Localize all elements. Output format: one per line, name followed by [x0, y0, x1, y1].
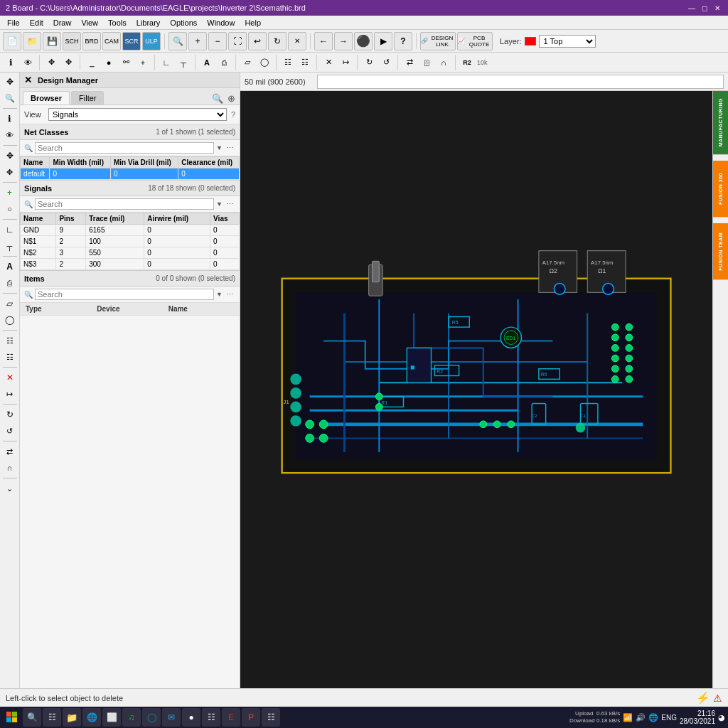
left-ungroup[interactable]: ☷ — [2, 349, 18, 365]
file-explorer-btn[interactable]: 📁 — [63, 708, 81, 727]
left-mirror[interactable]: ↦ — [2, 386, 18, 402]
restore-button[interactable]: ◻ — [700, 3, 710, 13]
scr-button[interactable]: SCR — [122, 32, 141, 50]
left-fan2[interactable]: ┬ — [2, 238, 18, 254]
fusion360-tab[interactable]: FUSION 360 — [713, 161, 729, 218]
arc-button[interactable]: ↺ — [378, 55, 394, 70]
tab-browser[interactable]: Browser — [23, 91, 70, 105]
search-taskbar-btn[interactable]: 🔍 — [23, 708, 41, 727]
menu-edit[interactable]: Edit — [26, 17, 48, 28]
zoom-fit-button[interactable]: 🔍 — [168, 32, 187, 50]
split-button[interactable]: ⌹ — [419, 55, 434, 70]
brd-button[interactable]: BRD — [82, 32, 101, 50]
mirror-button[interactable]: ↦ — [338, 55, 353, 70]
telegram-btn[interactable]: ✉ — [162, 708, 181, 727]
task-view-btn[interactable]: ☷ — [43, 708, 61, 727]
cam-button[interactable]: CAM — [102, 32, 121, 50]
left-circle[interactable]: ◯ — [2, 312, 18, 328]
menu-tools[interactable]: Tools — [104, 17, 131, 28]
items-dropdown-btn[interactable]: ▼ — [216, 291, 223, 298]
net-classes-more-btn[interactable]: ⋯ — [225, 144, 235, 153]
left-text[interactable]: A — [2, 259, 18, 274]
menu-options[interactable]: Options — [166, 17, 201, 28]
notification-btn[interactable]: ◕ — [718, 713, 725, 722]
left-change[interactable]: ⇄ — [2, 444, 18, 459]
open-button[interactable]: 📁 — [23, 32, 41, 50]
fusion-team-tab[interactable]: FUSION TEAM — [713, 223, 729, 280]
redo-button[interactable]: → — [334, 32, 353, 50]
left-spin[interactable]: ↻ — [2, 407, 18, 422]
left-select[interactable]: ✥ — [2, 74, 18, 90]
new-button[interactable]: 📄 — [3, 32, 21, 50]
items-more-btn[interactable]: ⋯ — [225, 290, 235, 299]
menu-draw[interactable]: Draw — [49, 17, 76, 28]
apps-btn[interactable]: ☷ — [202, 708, 220, 727]
left-delete[interactable]: ✕ — [2, 370, 18, 385]
left-route[interactable]: ∟ — [2, 222, 18, 237]
layer-dropdown[interactable]: 1 Top — [539, 35, 596, 48]
undo-button[interactable]: ← — [314, 32, 333, 50]
left-copy2[interactable]: ✥ — [2, 164, 18, 180]
polygon-button[interactable]: ▱ — [240, 55, 255, 70]
eagle-btn[interactable]: E — [222, 708, 240, 727]
table-row[interactable]: N$2 3 550 0 0 — [21, 247, 240, 259]
table-row[interactable]: default 0 0 0 — [21, 168, 240, 180]
refresh-button[interactable]: ↻ — [268, 32, 287, 50]
miter-button[interactable]: ∩ — [436, 55, 451, 70]
left-add[interactable]: + — [2, 185, 18, 200]
table-row[interactable]: N$1 2 100 0 0 — [21, 236, 240, 247]
zoom-area-button[interactable]: ⛶ — [228, 32, 247, 50]
tab-filter[interactable]: Filter — [71, 91, 104, 105]
net-classes-search-input[interactable] — [35, 142, 214, 154]
left-eye[interactable]: 👁 — [2, 127, 18, 143]
left-expand[interactable]: ⌄ — [2, 481, 18, 496]
canvas-search-input[interactable] — [317, 75, 724, 89]
sch-button[interactable]: SCH — [63, 32, 81, 50]
signals-dropdown-btn[interactable]: ▼ — [216, 200, 223, 208]
left-info[interactable]: ℹ — [2, 111, 18, 127]
edge-btn[interactable]: 🌐 — [82, 708, 101, 727]
table-row[interactable]: N$3 2 300 0 0 — [21, 259, 240, 270]
powerpoint-btn[interactable]: P — [242, 708, 260, 727]
left-polygon[interactable]: ▱ — [2, 296, 18, 311]
route-button[interactable]: ∟ — [159, 55, 174, 70]
signals-more-btn[interactable]: ⋯ — [225, 200, 235, 209]
arduino-btn[interactable]: ◯ — [142, 708, 161, 727]
spin-button[interactable]: ↻ — [361, 55, 377, 70]
menu-library[interactable]: Library — [132, 17, 165, 28]
menu-window[interactable]: Window — [203, 17, 239, 28]
left-zoom[interactable]: 🔍 — [2, 90, 18, 106]
help-button[interactable]: ? — [394, 32, 412, 50]
pad-button[interactable]: ● — [101, 55, 117, 70]
dimension-button[interactable]: ⎙ — [216, 55, 232, 70]
view-help-btn[interactable]: ? — [231, 110, 235, 119]
text-button[interactable]: A — [199, 55, 215, 70]
save-button[interactable]: 💾 — [43, 32, 61, 50]
left-dim[interactable]: ⎙ — [2, 275, 18, 291]
items-search-input[interactable] — [35, 289, 214, 300]
dm-zoom-btn[interactable]: ⊕ — [226, 92, 237, 105]
close-button[interactable]: ✕ — [712, 3, 722, 13]
delete-button[interactable]: ✕ — [321, 55, 336, 70]
group-button[interactable]: ☷ — [280, 55, 296, 70]
add-button[interactable]: + — [135, 55, 151, 70]
signals-search-input[interactable] — [35, 198, 214, 210]
pcb-canvas-area[interactable]: R5 R2 R1 R6 C2 C1 — [240, 91, 712, 688]
menu-help[interactable]: Help — [240, 17, 265, 28]
left-via[interactable]: ○ — [2, 201, 18, 217]
ulp-button[interactable]: ULP — [142, 32, 161, 50]
zoom-out-button[interactable]: − — [208, 32, 227, 50]
vscode-btn[interactable]: ⬜ — [102, 708, 121, 727]
stop-button[interactable]: ⚫ — [354, 32, 373, 50]
dm-close-x[interactable]: ✕ — [24, 75, 32, 85]
fan-button[interactable]: ┬ — [176, 55, 191, 70]
left-miter[interactable]: ∩ — [2, 460, 18, 476]
ratsnest-button[interactable]: ✕ — [288, 32, 306, 50]
obs-btn[interactable]: ● — [182, 708, 200, 727]
pcb-quote-button[interactable]: 📈PCB QUOTE — [457, 32, 493, 50]
net-classes-dropdown-btn[interactable]: ▼ — [216, 144, 223, 151]
dm-magnify-btn[interactable]: 🔍 — [210, 92, 225, 105]
spotify-btn[interactable]: ♫ — [122, 708, 141, 727]
circle-button[interactable]: ◯ — [257, 55, 272, 70]
zoom-in-button[interactable]: + — [188, 32, 207, 50]
